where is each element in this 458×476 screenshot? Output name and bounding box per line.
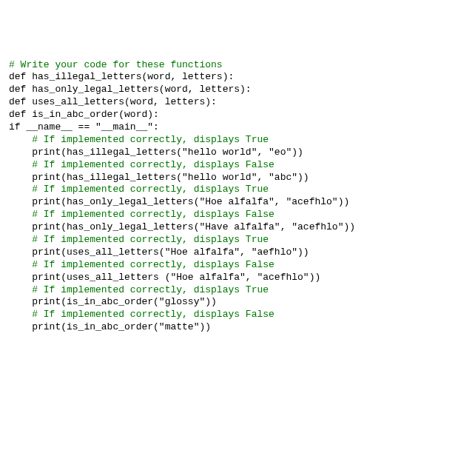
code-line-33: print(is_in_abc_order("glossy")) bbox=[9, 296, 449, 309]
code-line-21: print(has_only_legal_letters("Hoe alfalf… bbox=[9, 196, 449, 209]
code-line-14: # If implemented correctly, displays Tru… bbox=[9, 134, 449, 147]
code-line-18: print(has_illegal_letters("hello world",… bbox=[9, 172, 449, 184]
code-line-4: def has_only_legal_letters(word, letters… bbox=[9, 84, 449, 96]
code-line-27: print(uses_all_letters("Hoe alfalfa", "a… bbox=[9, 247, 449, 259]
code-line-20: # If implemented correctly, displays Tru… bbox=[9, 184, 449, 196]
code-line-17: # If implemented correctly, displays Fal… bbox=[9, 159, 449, 172]
code-line-7: def uses_all_letters(word, letters): bbox=[9, 96, 449, 109]
code-line-15: print(has_illegal_letters("hello world",… bbox=[9, 147, 449, 159]
code-line-29: # If implemented correctly, displays Fal… bbox=[9, 259, 449, 272]
code-line-13: if __name__ == "__main__": bbox=[9, 121, 449, 134]
code-line-36: print(is_in_abc_order("matte")) bbox=[9, 321, 449, 334]
code-line-0: # Write your code for these functions bbox=[9, 59, 449, 72]
code-line-1: def has_illegal_letters(word, letters): bbox=[9, 71, 449, 84]
code-line-35: # If implemented correctly, displays Fal… bbox=[9, 309, 449, 321]
code-line-24: print(has_only_legal_letters("Have alfal… bbox=[9, 221, 449, 234]
code-line-26: # If implemented correctly, displays Tru… bbox=[9, 234, 449, 247]
code-line-32: # If implemented correctly, displays Tru… bbox=[9, 284, 449, 297]
code-block: # Write your code for these functionsdef… bbox=[9, 59, 449, 335]
code-line-23: # If implemented correctly, displays Fal… bbox=[9, 209, 449, 221]
code-line-10: def is_in_abc_order(word): bbox=[9, 109, 449, 121]
code-line-30: print(uses_all_letters ("Hoe alfalfa", "… bbox=[9, 272, 449, 284]
